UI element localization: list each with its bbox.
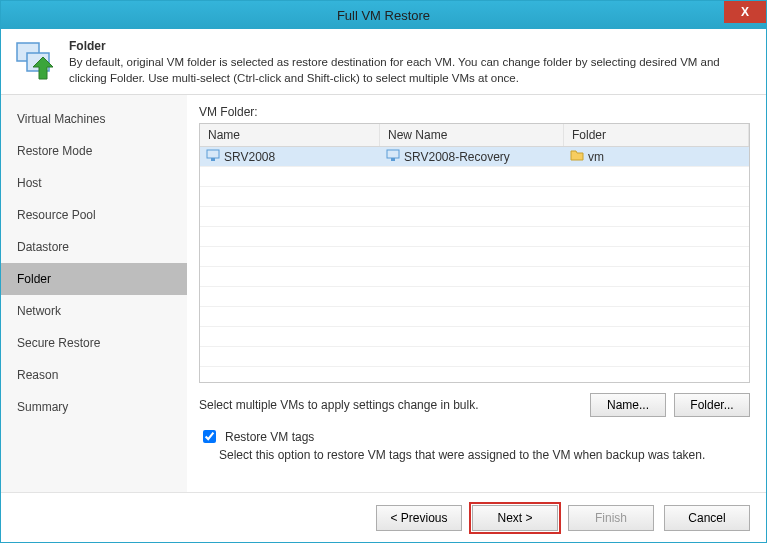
header-description: By default, original VM folder is select… <box>69 55 754 86</box>
table-row-empty <box>200 367 749 383</box>
restore-tags-checkbox[interactable] <box>203 430 216 443</box>
wizard-header: Folder By default, original VM folder is… <box>1 29 766 94</box>
grid-header: Name New Name Folder <box>200 124 749 147</box>
bulk-hint: Select multiple VMs to apply settings ch… <box>199 398 478 412</box>
sidebar-step-folder[interactable]: Folder <box>1 263 187 295</box>
sidebar-step-secure-restore[interactable]: Secure Restore <box>1 327 187 359</box>
sidebar-step-datastore[interactable]: Datastore <box>1 231 187 263</box>
name-button[interactable]: Name... <box>590 393 666 417</box>
wizard-footer: < Previous Next > Finish Cancel <box>1 492 766 542</box>
grid-body: SRV2008SRV2008-Recoveryvm <box>200 147 749 383</box>
finish-button[interactable]: Finish <box>568 505 654 531</box>
vm-folder-label: VM Folder: <box>199 105 750 119</box>
folder-restore-icon <box>13 39 57 83</box>
table-row-empty <box>200 187 749 207</box>
sidebar-step-host[interactable]: Host <box>1 167 187 199</box>
folder-icon <box>570 148 584 165</box>
vm-folder-grid[interactable]: Name New Name Folder SRV2008SRV2008-Reco… <box>199 123 750 383</box>
cell-folder: vm <box>588 150 604 164</box>
close-button[interactable]: X <box>724 1 766 23</box>
previous-button[interactable]: < Previous <box>376 505 462 531</box>
svg-rect-3 <box>211 158 215 161</box>
sidebar-step-network[interactable]: Network <box>1 295 187 327</box>
sidebar-step-reason[interactable]: Reason <box>1 359 187 391</box>
sidebar-step-restore-mode[interactable]: Restore Mode <box>1 135 187 167</box>
cancel-button[interactable]: Cancel <box>664 505 750 531</box>
next-button[interactable]: Next > <box>472 505 558 531</box>
svg-rect-5 <box>391 158 395 161</box>
restore-tags-label[interactable]: Restore VM tags <box>225 430 314 444</box>
cell-new-name: SRV2008-Recovery <box>404 150 510 164</box>
close-icon: X <box>741 5 749 19</box>
table-row-empty <box>200 347 749 367</box>
main-panel: VM Folder: Name New Name Folder SRV2008S… <box>187 95 766 492</box>
sidebar-step-virtual-machines[interactable]: Virtual Machines <box>1 103 187 135</box>
vm-icon <box>206 148 220 165</box>
table-row-empty <box>200 287 749 307</box>
table-row-empty <box>200 267 749 287</box>
folder-button[interactable]: Folder... <box>674 393 750 417</box>
wizard-steps-sidebar: Virtual MachinesRestore ModeHostResource… <box>1 95 187 492</box>
table-row[interactable]: SRV2008SRV2008-Recoveryvm <box>200 147 749 167</box>
column-folder[interactable]: Folder <box>564 124 749 146</box>
cell-name: SRV2008 <box>224 150 275 164</box>
column-new-name[interactable]: New Name <box>380 124 564 146</box>
table-row-empty <box>200 227 749 247</box>
sidebar-step-resource-pool[interactable]: Resource Pool <box>1 199 187 231</box>
column-name[interactable]: Name <box>200 124 380 146</box>
table-row-empty <box>200 207 749 227</box>
title-bar: Full VM Restore X <box>1 1 766 29</box>
table-row-empty <box>200 167 749 187</box>
window-title: Full VM Restore <box>337 8 430 23</box>
sidebar-step-summary[interactable]: Summary <box>1 391 187 423</box>
table-row-empty <box>200 247 749 267</box>
header-title: Folder <box>69 39 754 53</box>
restore-tags-description: Select this option to restore VM tags th… <box>219 448 750 462</box>
table-row-empty <box>200 307 749 327</box>
wizard-window: Full VM Restore X Folder By default, ori… <box>0 0 767 543</box>
svg-rect-4 <box>387 150 399 158</box>
table-row-empty <box>200 327 749 347</box>
vm-icon <box>386 148 400 165</box>
svg-rect-2 <box>207 150 219 158</box>
